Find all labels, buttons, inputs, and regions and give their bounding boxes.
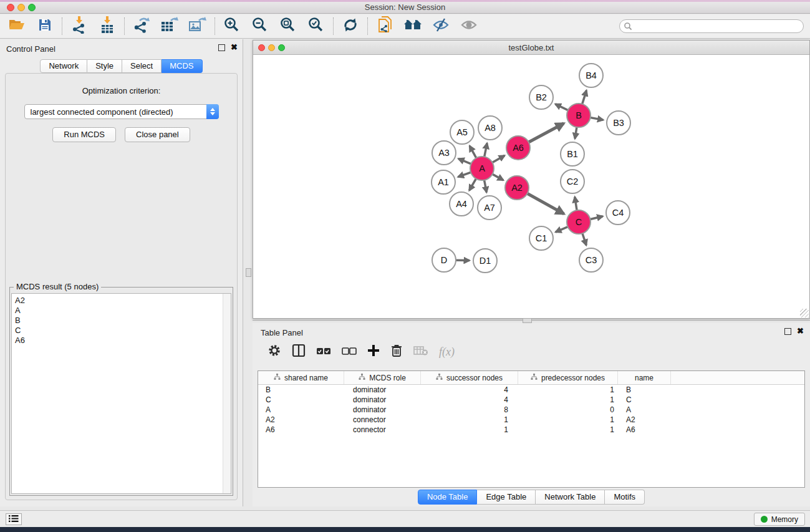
criterion-select[interactable]: largest connected component (directed) <box>24 104 219 119</box>
table-cell[interactable]: 1 <box>518 385 618 395</box>
float-panel-icon[interactable] <box>784 328 791 335</box>
graph-node-B1[interactable]: B1 <box>561 142 584 166</box>
window-resize-grip[interactable] <box>800 309 809 317</box>
result-scrollbar[interactable] <box>223 294 231 493</box>
table-cell[interactable]: 0 <box>518 405 618 415</box>
close-panel-icon[interactable]: ✖ <box>797 327 804 336</box>
result-list-item[interactable]: B <box>12 316 231 326</box>
table-cell[interactable]: 1 <box>421 425 518 435</box>
graph-node-C3[interactable]: C3 <box>579 248 603 272</box>
open-session-button[interactable] <box>7 17 26 36</box>
table-cell[interactable]: C <box>618 395 671 405</box>
table-cell[interactable]: 1 <box>518 425 618 435</box>
zoom-out-button[interactable] <box>251 17 269 36</box>
table-cell[interactable]: dominator <box>344 405 421 415</box>
table-cell[interactable]: connector <box>344 415 421 425</box>
show-all-button[interactable] <box>460 17 478 36</box>
export-image-button[interactable] <box>188 17 207 36</box>
tab-mcds[interactable]: MCDS <box>162 59 202 73</box>
save-session-button[interactable] <box>36 17 54 36</box>
graph-node-C1[interactable]: C1 <box>529 226 553 250</box>
graph-node-A2[interactable]: A2 <box>505 176 529 200</box>
column-header-predecessor-nodes[interactable]: predecessor nodes <box>518 371 618 384</box>
network-window-titlebar[interactable]: testGlobe.txt <box>253 41 809 55</box>
table-settings-button[interactable] <box>268 344 281 360</box>
search-input[interactable] <box>619 19 804 33</box>
graph-node-B[interactable]: B <box>567 104 591 127</box>
table-cell[interactable]: B <box>258 385 344 395</box>
zoom-selected-button[interactable] <box>307 17 325 36</box>
table-cell[interactable]: A <box>258 405 344 415</box>
graph-node-A3[interactable]: A3 <box>432 141 456 165</box>
tab-node-table[interactable]: Node Table <box>418 490 478 505</box>
close-panel-button[interactable]: Close panel <box>125 127 190 142</box>
table-cell[interactable]: 1 <box>421 415 518 425</box>
close-panel-icon[interactable]: ✖ <box>231 43 238 52</box>
table-cell[interactable]: 4 <box>421 395 518 405</box>
graph-node-D1[interactable]: D1 <box>473 249 497 273</box>
result-list-item[interactable]: A2 <box>12 294 231 306</box>
network-from-document-button[interactable] <box>375 17 394 36</box>
tab-network-table[interactable]: Network Table <box>536 490 605 505</box>
task-history-button[interactable] <box>6 513 22 525</box>
function-builder-button-disabled[interactable]: f(x) <box>439 346 455 359</box>
column-header-shared-name[interactable]: shared name <box>258 371 344 384</box>
graph-node-C[interactable]: C <box>567 210 591 234</box>
graph-node-A1[interactable]: A1 <box>432 170 455 194</box>
table-cell[interactable]: A2 <box>618 415 671 425</box>
graph-node-A4[interactable]: A4 <box>450 192 473 216</box>
table-cell[interactable]: A <box>618 405 671 415</box>
apply-layout-button[interactable] <box>341 17 360 36</box>
zoom-fit-button[interactable] <box>279 17 297 36</box>
graph-node-A6[interactable]: A6 <box>506 136 530 160</box>
panel-divider-grip[interactable] <box>246 268 251 277</box>
memory-button[interactable]: Memory <box>754 513 805 526</box>
table-cell[interactable]: A6 <box>258 425 344 435</box>
tab-network[interactable]: Network <box>40 59 87 73</box>
tab-select[interactable]: Select <box>122 59 162 73</box>
column-header-name[interactable]: name <box>618 371 671 384</box>
result-list-item[interactable]: A <box>12 306 231 316</box>
import-table-button[interactable] <box>98 17 117 36</box>
table-cell[interactable]: C <box>258 395 344 405</box>
graph-node-B3[interactable]: B3 <box>607 111 630 135</box>
table-cell[interactable]: A2 <box>258 415 344 425</box>
graph-node-D[interactable]: D <box>432 248 456 272</box>
table-cell[interactable]: 1 <box>518 395 618 405</box>
float-panel-icon[interactable] <box>218 44 225 51</box>
result-list-item[interactable]: A6 <box>12 336 231 346</box>
table-cell[interactable]: A6 <box>618 425 671 435</box>
graph-node-A7[interactable]: A7 <box>478 196 501 220</box>
column-header-MCDS-role[interactable]: MCDS role <box>344 371 421 384</box>
table-cell[interactable]: 4 <box>421 385 518 395</box>
tab-motifs[interactable]: Motifs <box>605 490 645 505</box>
export-network-button[interactable] <box>132 17 151 36</box>
tab-style[interactable]: Style <box>87 59 122 73</box>
graph-node-B2[interactable]: B2 <box>529 85 553 109</box>
tab-edge-table[interactable]: Edge Table <box>477 490 536 505</box>
unselect-all-columns-button[interactable] <box>342 346 357 357</box>
graph-node-C4[interactable]: C4 <box>606 201 630 225</box>
create-column-button[interactable] <box>367 344 380 359</box>
table-cell[interactable]: 8 <box>421 405 518 415</box>
column-header-successor-nodes[interactable]: successor nodes <box>421 371 518 384</box>
zoom-in-button[interactable] <box>223 17 241 36</box>
export-table-button[interactable] <box>160 17 179 36</box>
graph-node-C2[interactable]: C2 <box>561 170 584 193</box>
show-columns-button[interactable] <box>292 344 306 360</box>
horizontal-divider-grip[interactable] <box>523 318 532 323</box>
run-mcds-button[interactable]: Run MCDS <box>52 127 116 142</box>
graph-node-A[interactable]: A <box>470 157 494 180</box>
import-network-button[interactable] <box>70 17 89 36</box>
graph-node-A8[interactable]: A8 <box>478 116 502 140</box>
result-list-item[interactable]: C <box>12 326 231 336</box>
network-canvas[interactable]: ABCA2A6A1A3A4A5A7A8B1B2B3B4C1C2C3C4DD1 <box>253 55 809 318</box>
graph-node-B4[interactable]: B4 <box>579 64 603 87</box>
delete-column-button[interactable] <box>390 344 403 360</box>
table-cell[interactable]: 1 <box>518 415 618 425</box>
home-networks-button[interactable] <box>403 17 422 36</box>
table-cell[interactable]: dominator <box>344 395 421 405</box>
delete-table-button-disabled[interactable] <box>413 345 428 359</box>
select-all-columns-button[interactable] <box>316 346 331 357</box>
table-cell[interactable]: connector <box>344 425 421 435</box>
